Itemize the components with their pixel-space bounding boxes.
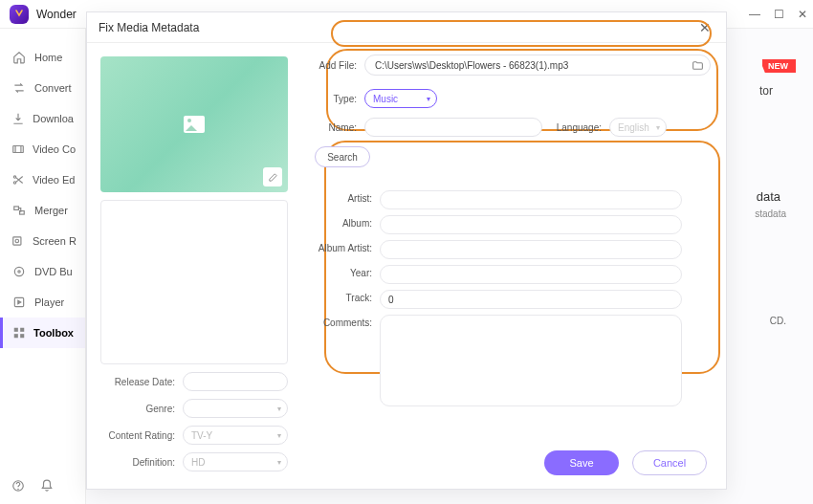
sidebar-item-video-compressor[interactable]: Video Co bbox=[0, 134, 85, 164]
sidebar-item-label: DVD Bu bbox=[34, 266, 73, 277]
add-file-row: Add File: C:\Users\ws\Desktop\Flowers - … bbox=[311, 55, 711, 76]
lyrics-area[interactable] bbox=[100, 200, 288, 364]
sidebar-item-label: Merger bbox=[34, 205, 68, 216]
svg-rect-11 bbox=[20, 328, 24, 332]
name-label: Name: bbox=[311, 122, 364, 133]
maximize-button[interactable]: ☐ bbox=[774, 8, 784, 21]
track-value: 0 bbox=[388, 295, 394, 305]
help-icon[interactable] bbox=[11, 479, 25, 493]
svg-rect-13 bbox=[20, 334, 24, 338]
sidebar-item-converter[interactable]: Convert bbox=[0, 73, 85, 103]
content-rating-label: Content Rating: bbox=[100, 430, 183, 441]
comments-label: Comments: bbox=[311, 315, 380, 328]
album-artist-label: Album Artist: bbox=[311, 240, 380, 253]
bg-text: tor bbox=[759, 84, 773, 98]
close-window-button[interactable]: ✕ bbox=[798, 8, 807, 21]
modal-header: Fix Media Metadata ✕ bbox=[87, 12, 726, 43]
genre-label: Genre: bbox=[100, 404, 183, 414]
chevron-down-icon: ▾ bbox=[277, 458, 281, 467]
sidebar-item-label: Convert bbox=[34, 82, 72, 94]
language-value: English bbox=[618, 122, 649, 133]
file-path-value: C:\Users\ws\Desktop\Flowers - 66823(1).m… bbox=[375, 60, 568, 71]
bell-icon[interactable] bbox=[40, 479, 54, 493]
svg-rect-0 bbox=[13, 146, 24, 153]
svg-point-2 bbox=[13, 182, 15, 184]
sidebar-item-label: Video Co bbox=[33, 143, 76, 155]
play-icon bbox=[11, 295, 27, 310]
left-pane: Release Date: Genre: ▾ Content Rating: T… bbox=[87, 43, 288, 489]
modal-footer: Save Cancel bbox=[544, 450, 707, 475]
scissors-icon bbox=[11, 172, 25, 187]
edit-art-button[interactable] bbox=[263, 167, 282, 186]
merger-icon bbox=[11, 203, 27, 218]
bg-text: data bbox=[757, 189, 780, 204]
file-path-field[interactable]: C:\Users\ws\Desktop\Flowers - 66823(1).m… bbox=[364, 55, 711, 76]
definition-value: HD bbox=[191, 457, 205, 468]
new-badge: NEW bbox=[762, 59, 796, 73]
track-field[interactable]: 0 bbox=[380, 290, 682, 309]
svg-point-1 bbox=[13, 176, 15, 178]
home-icon bbox=[11, 50, 27, 65]
save-button[interactable]: Save bbox=[544, 450, 619, 475]
minimize-button[interactable]: — bbox=[749, 8, 760, 21]
comments-field[interactable] bbox=[380, 315, 682, 406]
right-pane: Add File: C:\Users\ws\Desktop\Flowers - … bbox=[288, 43, 726, 489]
chevron-down-icon: ▾ bbox=[427, 95, 430, 103]
content-rating-value: TV-Y bbox=[191, 430, 212, 441]
chevron-down-icon: ▾ bbox=[277, 405, 281, 413]
sidebar-item-label: Player bbox=[34, 296, 64, 308]
convert-icon bbox=[11, 80, 27, 96]
type-value: Music bbox=[373, 94, 398, 104]
sidebar-item-label: Home bbox=[34, 52, 62, 63]
name-input[interactable] bbox=[364, 118, 542, 137]
close-icon[interactable]: ✕ bbox=[695, 18, 714, 37]
sidebar-item-downloader[interactable]: Downloa bbox=[0, 103, 85, 134]
release-date-field[interactable] bbox=[183, 372, 288, 391]
type-label: Type: bbox=[311, 94, 364, 104]
folder-icon[interactable] bbox=[692, 59, 704, 72]
app-logo bbox=[10, 5, 29, 24]
svg-rect-12 bbox=[13, 334, 17, 338]
genre-select[interactable]: ▾ bbox=[183, 399, 288, 418]
sidebar-item-video-editor[interactable]: Video Ed bbox=[0, 164, 85, 195]
modal-title: Fix Media Metadata bbox=[99, 21, 199, 34]
sidebar-item-home[interactable]: Home bbox=[0, 42, 85, 73]
sidebar-item-toolbox[interactable]: Toolbox bbox=[0, 318, 85, 348]
artist-label: Artist: bbox=[311, 190, 380, 204]
sidebar-item-label: Toolbox bbox=[33, 327, 74, 339]
definition-select[interactable]: HD▾ bbox=[183, 452, 288, 471]
window-controls: — ☐ ✕ bbox=[749, 0, 807, 29]
year-field[interactable] bbox=[380, 265, 682, 284]
album-artist-field[interactable] bbox=[380, 240, 682, 259]
language-select[interactable]: English ▾ bbox=[609, 118, 667, 137]
album-art-preview bbox=[100, 56, 288, 192]
type-select[interactable]: Music ▾ bbox=[364, 89, 437, 108]
sidebar-item-label: Downloa bbox=[33, 113, 74, 124]
chevron-down-icon: ▾ bbox=[277, 431, 281, 440]
sidebar-bottom bbox=[0, 468, 85, 504]
sidebar-item-merger[interactable]: Merger bbox=[0, 195, 85, 226]
chevron-down-icon: ▾ bbox=[656, 123, 660, 132]
sidebar-item-player[interactable]: Player bbox=[0, 287, 85, 318]
language-label: Language: bbox=[556, 122, 609, 133]
toolbox-icon bbox=[11, 325, 26, 340]
search-button[interactable]: Search bbox=[315, 146, 370, 167]
svg-point-8 bbox=[18, 271, 20, 273]
sidebar-item-dvd-burner[interactable]: DVD Bu bbox=[0, 256, 85, 287]
artist-field[interactable] bbox=[380, 190, 682, 209]
bg-text: CD. bbox=[770, 316, 786, 326]
image-placeholder-icon bbox=[184, 116, 205, 133]
video-compress-icon bbox=[11, 142, 25, 157]
svg-point-15 bbox=[18, 489, 19, 490]
release-date-label: Release Date: bbox=[100, 377, 183, 387]
year-label: Year: bbox=[311, 265, 380, 278]
album-label: Album: bbox=[311, 215, 380, 229]
sidebar-item-screen-recorder[interactable]: Screen R bbox=[0, 226, 85, 256]
album-field[interactable] bbox=[380, 215, 682, 234]
download-icon bbox=[11, 111, 25, 126]
cancel-button[interactable]: Cancel bbox=[632, 450, 707, 475]
disc-icon bbox=[11, 264, 27, 279]
app-name: Wonder bbox=[36, 8, 77, 21]
content-rating-select[interactable]: TV-Y▾ bbox=[183, 426, 288, 445]
sidebar-item-label: Screen R bbox=[33, 235, 77, 247]
